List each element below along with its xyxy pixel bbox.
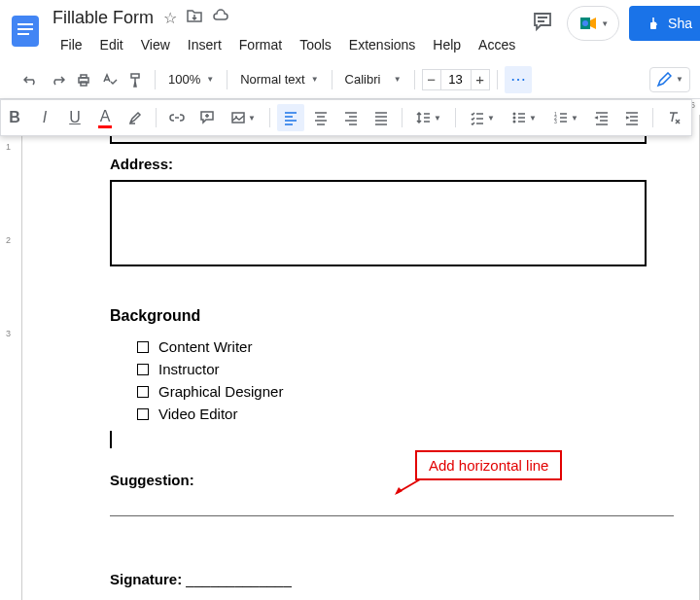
docs-header: Fillable Form ☆ File Edit View Insert Fo… (0, 0, 700, 60)
share-button[interactable]: Sha (629, 6, 700, 41)
cloud-icon[interactable] (212, 9, 229, 26)
font-selector[interactable]: Calibri▼ (339, 72, 407, 87)
title-area: Fillable Form ☆ File Edit View Insert Fo… (45, 6, 528, 56)
main-toolbar: 100%▼ Normal text▼ Calibri▼ − + ⋯ ▼ (0, 60, 700, 99)
menubar: File Edit View Insert Format Tools Exten… (52, 33, 528, 56)
svg-rect-1 (18, 23, 33, 25)
decrease-font-button[interactable]: − (422, 69, 441, 90)
share-label: Sha (668, 16, 692, 31)
menu-help[interactable]: Help (425, 33, 469, 56)
zoom-selector[interactable]: 100%▼ (162, 72, 220, 87)
menu-accessibility[interactable]: Acces (471, 33, 523, 56)
svg-rect-7 (81, 75, 87, 78)
print-button[interactable] (72, 66, 95, 93)
move-icon[interactable] (187, 9, 202, 26)
spellcheck-button[interactable] (98, 66, 122, 93)
menu-tools[interactable]: Tools (292, 33, 339, 56)
font-size-input[interactable] (441, 69, 471, 90)
font-size-control: − + (422, 69, 490, 90)
editing-mode-button[interactable]: ▼ (649, 67, 690, 92)
menu-file[interactable]: File (52, 33, 90, 56)
menu-format[interactable]: Format (231, 33, 290, 56)
more-toolbar-button[interactable]: ⋯ (505, 66, 532, 93)
svg-rect-2 (18, 28, 33, 30)
document-title[interactable]: Fillable Form (52, 8, 154, 28)
star-icon[interactable]: ☆ (163, 9, 177, 27)
header-right: ▼ Sha (528, 6, 700, 41)
menu-insert[interactable]: Insert (180, 33, 229, 56)
svg-rect-3 (18, 33, 29, 35)
svg-point-4 (582, 20, 588, 26)
chevron-down-icon: ▼ (601, 19, 609, 28)
svg-rect-0 (12, 16, 39, 47)
comments-icon[interactable] (528, 7, 557, 40)
docs-logo[interactable] (6, 6, 45, 56)
menu-view[interactable]: View (133, 33, 178, 56)
increase-font-button[interactable]: + (471, 69, 490, 90)
svg-rect-8 (81, 82, 87, 86)
redo-button[interactable] (46, 66, 69, 93)
menu-extensions[interactable]: Extensions (341, 33, 423, 56)
style-selector[interactable]: Normal text▼ (234, 72, 324, 87)
paint-format-button[interactable] (124, 66, 148, 93)
undo-button[interactable] (19, 66, 43, 93)
menu-edit[interactable]: Edit (92, 33, 131, 56)
meet-button[interactable]: ▼ (567, 6, 619, 41)
